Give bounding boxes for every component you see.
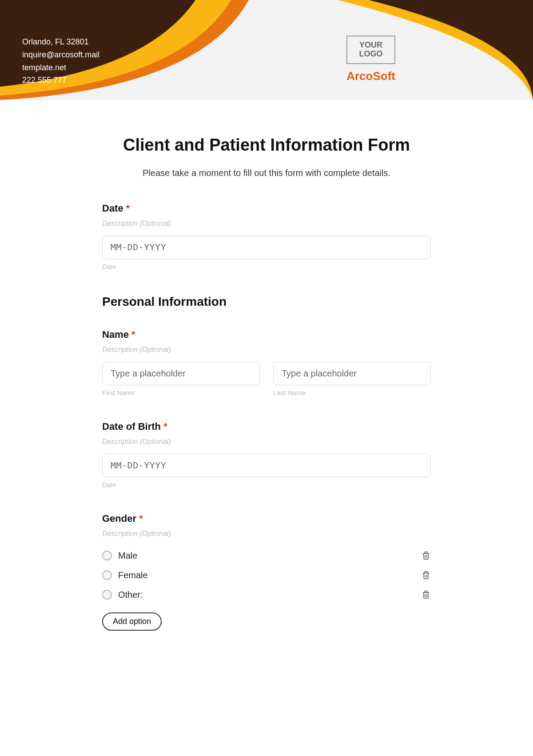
dob-sublabel: Date (102, 481, 431, 488)
last-name-sublabel: Last Name (273, 389, 431, 396)
date-label-text: Date (102, 203, 123, 214)
gender-description: Description (Optional) (102, 530, 431, 538)
contact-email: inquire@arcosoft.mail (22, 48, 99, 61)
section-personal: Personal Information (102, 295, 431, 309)
first-name-input[interactable] (102, 362, 260, 385)
required-marker: * (126, 203, 130, 214)
required-marker: * (139, 513, 143, 524)
field-name: Name * Description (Optional) First Name… (102, 329, 431, 396)
gender-option-row: Female (102, 565, 431, 585)
required-marker: * (163, 421, 167, 432)
radio-option-male[interactable]: Male (102, 551, 137, 561)
name-description: Description (Optional) (102, 346, 431, 354)
dob-description: Description (Optional) (102, 438, 431, 446)
page-title: Client and Patient Information Form (102, 136, 431, 155)
radio-icon (102, 570, 112, 580)
gender-label-text: Gender (102, 513, 136, 524)
date-description: Description (Optional) (102, 220, 431, 228)
logo-line1: YOUR (354, 41, 388, 50)
name-label: Name * (102, 329, 431, 340)
dob-label-text: Date of Birth (102, 421, 161, 432)
radio-option-female[interactable]: Female (102, 570, 148, 580)
field-gender: Gender * Description (Optional) Male Fem… (102, 513, 431, 631)
trash-icon[interactable] (421, 570, 431, 580)
contact-address: Orlando, FL 32801 (22, 36, 99, 48)
radio-option-other[interactable]: Other: (102, 590, 143, 600)
dob-input[interactable] (102, 454, 431, 477)
trash-icon[interactable] (421, 550, 431, 561)
logo-block: YOUR LOGO ArcoSoft (346, 36, 395, 83)
gender-option-label: Other: (118, 590, 143, 600)
required-marker: * (131, 329, 135, 340)
contact-info: Orlando, FL 32801 inquire@arcosoft.mail … (22, 36, 99, 87)
first-name-sublabel: First Name (102, 389, 260, 396)
brand-name: ArcoSoft (346, 69, 395, 83)
date-sublabel: Date (102, 263, 431, 270)
form-header: Orlando, FL 32801 inquire@arcosoft.mail … (0, 0, 533, 100)
name-label-text: Name (102, 329, 129, 340)
contact-website: template.net (22, 61, 99, 74)
field-dob: Date of Birth * Description (Optional) D… (102, 421, 431, 488)
date-label: Date * (102, 203, 431, 214)
form-body: Client and Patient Information Form Plea… (58, 100, 475, 682)
dob-label: Date of Birth * (102, 421, 431, 432)
gender-option-row: Male (102, 546, 431, 565)
radio-icon (102, 590, 112, 600)
last-name-input[interactable] (273, 362, 431, 385)
gender-option-label: Male (118, 551, 137, 561)
field-date: Date * Description (Optional) Date (102, 203, 431, 270)
radio-icon (102, 551, 112, 560)
gender-option-label: Female (118, 570, 148, 580)
page-subtitle: Please take a moment to fill out this fo… (102, 168, 431, 178)
gender-label: Gender * (102, 513, 431, 524)
gender-option-row: Other: (102, 585, 431, 604)
date-input[interactable] (102, 236, 431, 259)
contact-phone: 222 555 777 (22, 74, 99, 87)
trash-icon[interactable] (421, 589, 431, 600)
logo-line2: LOGO (354, 50, 388, 59)
logo-placeholder: YOUR LOGO (346, 36, 395, 64)
add-option-button[interactable]: Add option (102, 612, 162, 631)
